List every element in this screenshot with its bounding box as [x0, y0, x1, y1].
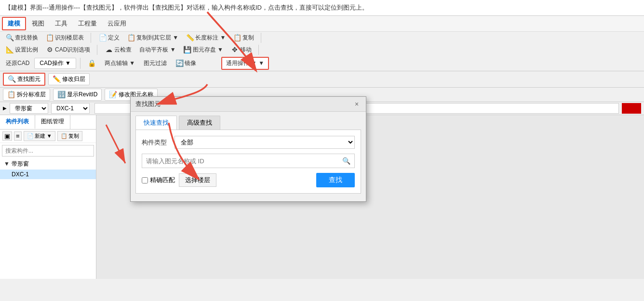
modal-body: 构件类型 全部 带形窗 墙 板 柱 梁 🔍: [135, 130, 361, 194]
form-row-component-type: 构件类型 全部 带形窗 墙 板 柱 梁: [142, 136, 355, 149]
tab-advanced-find[interactable]: 高级查找: [179, 116, 220, 130]
modal-dialog: 查找图元 × 快速查找 高级查找 构件类型 全部 带形窗 墙 板 柱 梁: [130, 96, 366, 202]
exact-match-label[interactable]: 精确匹配: [142, 176, 175, 184]
exact-match-text: 精确匹配: [150, 176, 175, 184]
modal-overlay: 查找图元 × 快速查找 高级查找 构件类型 全部 带形窗 墙 板 柱 梁: [0, 0, 644, 301]
search-btn[interactable]: 查找: [316, 173, 355, 187]
component-type-label: 构件类型: [142, 138, 171, 147]
search-icon-button[interactable]: 🔍: [338, 154, 354, 168]
modal-tabs: 快速查找 高级查找: [131, 112, 366, 130]
modal-close-btn[interactable]: ×: [352, 100, 361, 108]
component-type-select[interactable]: 全部 带形窗 墙 板 柱 梁: [174, 136, 355, 149]
form-action-row: 精确匹配 选择楼层 查找: [142, 173, 355, 187]
modal-footer: [131, 194, 366, 201]
tab-quick-find[interactable]: 快速查找: [135, 116, 177, 130]
search-magnifier-icon: 🔍: [342, 157, 350, 165]
select-floor-btn[interactable]: 选择楼层: [179, 173, 216, 187]
exact-match-checkbox[interactable]: [142, 177, 148, 183]
form-search-row: 🔍: [142, 154, 355, 168]
element-name-input[interactable]: [142, 155, 338, 168]
modal-title: 查找图元: [135, 100, 161, 108]
modal-title-bar: 查找图元 ×: [131, 97, 366, 112]
